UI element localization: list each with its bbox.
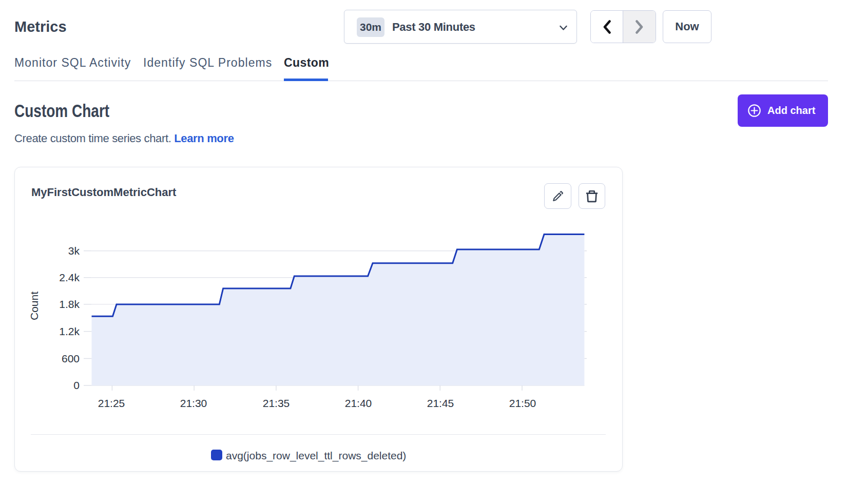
svg-text:21:35: 21:35 bbox=[263, 397, 290, 409]
svg-text:600: 600 bbox=[62, 353, 80, 364]
svg-text:3k: 3k bbox=[68, 245, 80, 257]
svg-text:1.2k: 1.2k bbox=[59, 325, 80, 337]
svg-text:21:50: 21:50 bbox=[509, 397, 536, 409]
svg-text:1.8k: 1.8k bbox=[59, 298, 80, 310]
svg-text:2.4k: 2.4k bbox=[59, 272, 80, 283]
svg-text:0: 0 bbox=[73, 379, 80, 391]
svg-text:21:45: 21:45 bbox=[427, 397, 454, 409]
svg-text:Count: Count bbox=[28, 292, 40, 320]
svg-text:21:40: 21:40 bbox=[345, 397, 372, 409]
svg-text:21:25: 21:25 bbox=[98, 397, 125, 409]
svg-text:21:30: 21:30 bbox=[180, 397, 207, 409]
